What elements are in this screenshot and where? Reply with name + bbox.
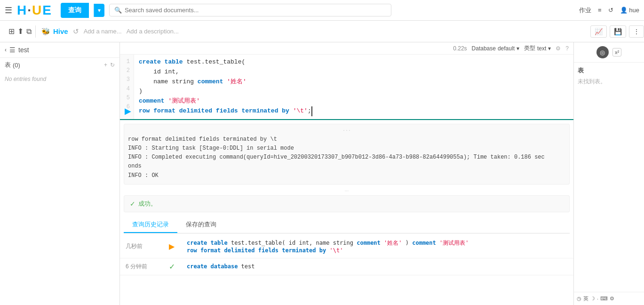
second-bar: ⊞ ⬆ ⧉ 🐝 Hive ↺ Add a name... Add a descr… [0,21,644,42]
code-editor[interactable]: 123456 create table test.test_table( id … [120,55,573,119]
right-panel-content: 表 未找到表。 [574,63,644,89]
table-row[interactable]: 几秒前 ▶ create table test.test_table( id i… [120,235,573,258]
db-chevron-icon: ▾ [517,45,519,52]
editor-title-bar: 🐝 Hive ↺ Add a name... Add a description… [35,25,644,38]
sidebar-section: 表 (0) + ↻ [0,58,119,72]
log-section: ··· row format delimited fields terminat… [124,124,570,185]
query-dropdown-button[interactable]: ▾ [94,4,104,17]
search-input[interactable] [125,7,386,14]
editor-help-icon[interactable]: ? [565,45,569,52]
type-selector[interactable]: 类型 text ▾ [524,44,551,52]
table-name: test [18,46,29,54]
history-time-2: 6 分钟前 [120,258,162,275]
logo-e: E [42,3,51,18]
sidebar-icon-group: ⊞ ⬆ ⧉ [5,27,35,36]
log-line-3: INFO : Completed executing command(query… [128,153,565,162]
success-text: 成功。 [138,200,157,208]
right-panel: ◎ x² 表 未找到表。 ◷ 英 ☽ · ⌨ ⚙ [573,42,644,305]
sidebar: ‹ ☰ test 表 (0) + ↻ No entries found [0,42,120,305]
log-dots-mid: ··· [124,188,570,193]
table-icon: ☰ [9,46,16,54]
history-icon[interactable]: ↺ [608,7,613,14]
refresh-icon[interactable]: ↻ [110,62,115,68]
chart-button[interactable]: 📈 [590,25,607,38]
status-running-icon: ▶ [169,242,175,250]
layers-icon[interactable]: ⊞ [8,27,15,36]
code-lines[interactable]: create table test.test_table( id int, na… [134,55,573,119]
sidebar-back-icon[interactable]: ‹ [5,47,7,53]
upload-icon[interactable]: ⬆ [17,27,24,36]
sidebar-empty-message: No entries found [0,72,119,86]
history-code-1: create table test.test_table( id int, na… [181,235,573,258]
hamburger-menu-icon[interactable]: ☰ [5,5,12,16]
sidebar-section-label: 表 [5,61,11,69]
editor-area: 0.22s Database default ▾ 类型 text ▾ ⚙ ? 1… [120,42,573,305]
user-menu[interactable]: 👤 hue [620,7,639,14]
logo-h: H [17,3,26,18]
history-table: 几秒前 ▶ create table test.test_table( id i… [120,235,573,275]
editor-settings-icon[interactable]: ⚙ [556,45,561,52]
sidebar-count: (0) [13,62,20,69]
lang-label: 英 [583,295,588,302]
add-description-field[interactable]: Add a description... [127,28,179,35]
sidebar-table-label: ☰ test [9,46,29,54]
more-options-button[interactable]: ⋮ [629,25,644,38]
hive-icon: 🐝 [41,27,50,36]
success-bar: ✓ 成功。 [124,195,570,212]
undo-button[interactable]: ↺ [73,27,79,36]
success-checkmark: ✓ [130,200,135,208]
dot-separator: · [597,296,598,302]
bottom-settings-icon[interactable]: ⚙ [610,296,614,302]
logo: H·UE [17,3,51,18]
right-panel-title: 表 [578,66,640,75]
nav-right: 作业 ≡ ↺ 👤 hue [579,6,639,15]
table-row[interactable]: 6 分钟前 ✓ create database test [120,258,573,275]
type-chevron-icon: ▾ [548,45,551,52]
status-ok-icon: ✓ [169,263,175,271]
database-selector[interactable]: Database default ▾ [472,45,519,52]
add-name-field[interactable]: Add a name... [84,28,122,35]
sidebar-section-right: + ↻ [104,62,115,68]
add-table-icon[interactable]: + [104,62,107,68]
tab-saved-queries[interactable]: 保存的查询 [177,217,225,233]
bottom-status-bar: ◷ 英 ☽ · ⌨ ⚙ [574,292,644,305]
code-editor-wrapper: 0.22s Database default ▾ 类型 text ▾ ⚙ ? 1… [120,42,573,120]
panel-x2-button[interactable]: x² [612,48,621,56]
logo-u: U [32,3,41,18]
log-line-2: INFO : Starting task [Stage-0:DDL] in se… [128,144,565,153]
log-line-1: row format delimited fields terminated b… [128,135,565,144]
history-code-2: create database test [181,258,573,275]
hive-label: 🐝 Hive [41,27,68,36]
jobs-label[interactable]: 作业 [579,6,591,15]
top-navigation: ☰ H·UE 查询 ▾ 🔍 作业 ≡ ↺ 👤 hue [0,0,644,21]
run-button[interactable]: ▶ [125,106,131,116]
log-line-3b: onds [128,162,565,171]
clock-icon: ◷ [577,296,581,302]
hive-text: Hive [53,27,68,35]
query-tabs: 查询历史记录 保存的查询 [124,214,570,233]
keyboard-icon: ⌨ [600,296,608,302]
right-panel-empty: 未找到表。 [578,78,640,86]
editor-top-bar: 0.22s Database default ▾ 类型 text ▾ ⚙ ? [120,42,573,55]
main-layout: ‹ ☰ test 表 (0) + ↻ No entries found 0.22… [0,42,644,305]
execution-time: 0.22s [453,45,467,52]
query-button[interactable]: 查询 [61,3,89,18]
log-line-4: INFO : OK [128,171,565,180]
panel-circle-button[interactable]: ◎ [596,46,609,58]
sidebar-section-left: 表 (0) [5,61,20,69]
moon-icon: ☽ [590,296,595,302]
results-area: ··· row format delimited fields terminat… [120,120,573,305]
save-button[interactable]: 💾 [610,25,626,38]
tab-query-history[interactable]: 查询历史记录 [124,217,177,233]
history-time-1: 几秒前 [120,235,162,258]
right-panel-top: ◎ x² [574,42,644,63]
title-actions: 📈 💾 ⋮ [590,25,644,38]
search-bar: 🔍 [109,4,391,16]
log-dots-top: ··· [128,128,565,133]
menu-icon[interactable]: ≡ [598,7,602,14]
copy-icon[interactable]: ⧉ [26,27,32,36]
search-icon: 🔍 [114,7,122,14]
sidebar-top: ‹ ☰ test [0,42,119,58]
